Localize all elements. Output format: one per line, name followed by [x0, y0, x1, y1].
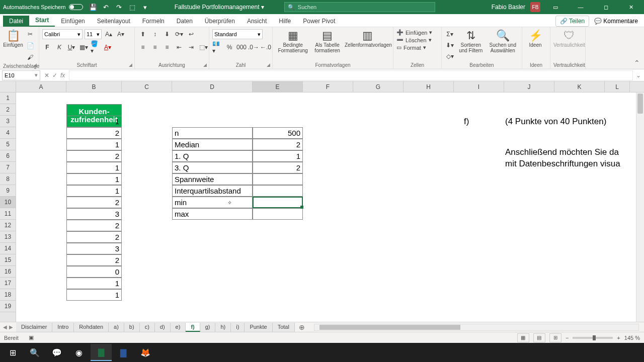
- wrap-text-icon[interactable]: ↩: [186, 29, 196, 39]
- sheet-tab[interactable]: b): [124, 323, 140, 332]
- name-box[interactable]: E10▾: [2, 70, 40, 80]
- user-avatar[interactable]: FB: [530, 2, 540, 12]
- row-header-6[interactable]: 6: [0, 150, 16, 162]
- tab-home[interactable]: Start: [29, 15, 55, 27]
- indent-increase-icon[interactable]: ⇥: [186, 42, 196, 52]
- autosave-toggle[interactable]: Automatisches Speichern: [3, 4, 83, 10]
- document-title[interactable]: Fallstudie Portfoliomanagement ▾: [175, 4, 264, 11]
- formula-input[interactable]: [69, 70, 633, 80]
- taskbar-firefox-icon[interactable]: 🦊: [135, 344, 156, 361]
- currency-icon[interactable]: 💶▾: [212, 42, 222, 52]
- spreadsheet-grid[interactable]: ABCDEFGHIJKL 123456789101112131415161718…: [0, 81, 644, 322]
- cell[interactable]: 2: [253, 162, 303, 173]
- paste-button[interactable]: 📋Einfügen: [3, 29, 23, 48]
- fill-color-button[interactable]: 🪣▾: [91, 42, 101, 52]
- cell[interactable]: 2: [66, 231, 122, 243]
- page-layout-view-icon[interactable]: ▤: [533, 333, 545, 342]
- cell[interactable]: 2: [66, 150, 122, 162]
- sheet-nav-prev-icon[interactable]: ◀: [3, 324, 7, 330]
- sheet-tab[interactable]: d): [155, 323, 171, 332]
- cell[interactable]: 3: [66, 208, 122, 220]
- tab-help[interactable]: Hilfe: [273, 16, 297, 27]
- decrease-font-icon[interactable]: A▾: [116, 29, 126, 39]
- align-middle-icon[interactable]: ↕: [150, 29, 160, 39]
- column-header-C[interactable]: C: [122, 81, 172, 92]
- increase-decimal-icon[interactable]: .0→: [249, 42, 259, 52]
- row-header-11[interactable]: 11: [0, 208, 16, 220]
- tab-formulas[interactable]: Formeln: [136, 16, 171, 27]
- row-header-13[interactable]: 13: [0, 231, 16, 243]
- format-as-table-button[interactable]: ▤Als Tabelle formatieren: [312, 29, 343, 53]
- sheet-tab[interactable]: Disclaimer: [16, 323, 52, 332]
- cell[interactable]: Spannweite: [172, 173, 253, 185]
- zoom-in-icon[interactable]: +: [617, 335, 620, 341]
- find-select-button[interactable]: 🔍Suchen und Auswählen: [487, 29, 519, 53]
- delete-cells-button[interactable]: ➖ Löschen ▾: [396, 37, 432, 43]
- cell[interactable]: [253, 197, 303, 208]
- cell[interactable]: 1: [66, 289, 122, 301]
- font-size-select[interactable]: 11▾: [85, 29, 102, 39]
- tab-power-pivot[interactable]: Power Pivot: [297, 16, 341, 27]
- ideas-button[interactable]: ⚡Ideen: [525, 29, 545, 48]
- user-name[interactable]: Fabio Basler: [492, 4, 525, 11]
- fill-icon[interactable]: ⬇▾: [445, 40, 455, 50]
- cell[interactable]: 500: [253, 127, 303, 139]
- search-box[interactable]: 🔍 Suchen: [284, 2, 435, 12]
- tab-data[interactable]: Daten: [171, 16, 199, 27]
- clipboard-launcher-icon[interactable]: ◢: [32, 62, 38, 68]
- tab-view[interactable]: Ansicht: [241, 16, 273, 27]
- row-header-19[interactable]: 19: [0, 301, 16, 312]
- row-header-16[interactable]: 16: [0, 266, 16, 278]
- row-header-18[interactable]: 18: [0, 289, 16, 301]
- cell[interactable]: 1: [66, 185, 122, 197]
- sheet-tab[interactable]: a): [109, 323, 124, 332]
- clear-icon[interactable]: ◇▾: [445, 51, 455, 61]
- qat-more-icon[interactable]: ▾: [141, 3, 149, 11]
- taskbar-word-icon[interactable]: ▇: [113, 344, 134, 361]
- fx-icon[interactable]: fx: [60, 72, 65, 79]
- align-top-icon[interactable]: ⬆: [138, 29, 148, 39]
- column-header-B[interactable]: B: [66, 81, 122, 92]
- zoom-out-icon[interactable]: −: [566, 335, 569, 341]
- column-header-L[interactable]: L: [605, 81, 630, 92]
- orientation-icon[interactable]: ⟳▾: [174, 29, 184, 39]
- tab-insert[interactable]: Einfügen: [55, 16, 91, 27]
- sheet-tab[interactable]: Rohdaten: [74, 323, 109, 332]
- enter-formula-icon[interactable]: ✓: [52, 72, 57, 79]
- number-launcher-icon[interactable]: ◢: [265, 62, 271, 68]
- cell[interactable]: [253, 185, 303, 197]
- cell[interactable]: min: [172, 197, 253, 208]
- indent-decrease-icon[interactable]: ⇤: [174, 42, 184, 52]
- cell[interactable]: 1: [253, 150, 303, 162]
- cell[interactable]: n: [172, 127, 253, 139]
- row-header-9[interactable]: 9: [0, 185, 16, 197]
- font-color-button[interactable]: A▾: [103, 42, 113, 52]
- cancel-formula-icon[interactable]: ✕: [44, 72, 49, 79]
- font-name-select[interactable]: Calibri▾: [42, 29, 83, 39]
- sheet-tab[interactable]: Total: [273, 323, 295, 332]
- save-icon[interactable]: 💾: [89, 3, 97, 11]
- sheet-tab[interactable]: Punkte: [245, 323, 272, 332]
- column-header-G[interactable]: G: [353, 81, 404, 92]
- start-button[interactable]: ⊞: [2, 344, 23, 361]
- comma-icon[interactable]: 000: [236, 42, 247, 52]
- share-button[interactable]: 🔗 Teilen: [555, 16, 589, 27]
- column-header-K[interactable]: K: [554, 81, 605, 92]
- column-header-E[interactable]: E: [253, 81, 303, 92]
- cell[interactable]: max: [172, 208, 253, 220]
- row-header-12[interactable]: 12: [0, 220, 16, 231]
- row-header-14[interactable]: 14: [0, 243, 16, 254]
- sheet-tab[interactable]: g): [200, 323, 216, 332]
- increase-font-icon[interactable]: A▴: [104, 29, 114, 39]
- add-sheet-button[interactable]: ⊕: [295, 323, 309, 331]
- page-break-view-icon[interactable]: ⊞: [549, 333, 561, 342]
- cut-icon[interactable]: ✂: [25, 29, 35, 39]
- cell[interactable]: 1: [66, 139, 122, 150]
- row-header-1[interactable]: 1: [0, 93, 16, 104]
- sheet-tab[interactable]: e): [171, 323, 186, 332]
- touch-mode-icon[interactable]: ⬚: [128, 3, 136, 11]
- sheet-nav-next-icon[interactable]: ▶: [9, 324, 13, 330]
- taskbar-excel-icon[interactable]: ▇: [91, 344, 112, 361]
- italic-button[interactable]: K: [54, 42, 64, 52]
- cell[interactable]: 1: [66, 173, 122, 185]
